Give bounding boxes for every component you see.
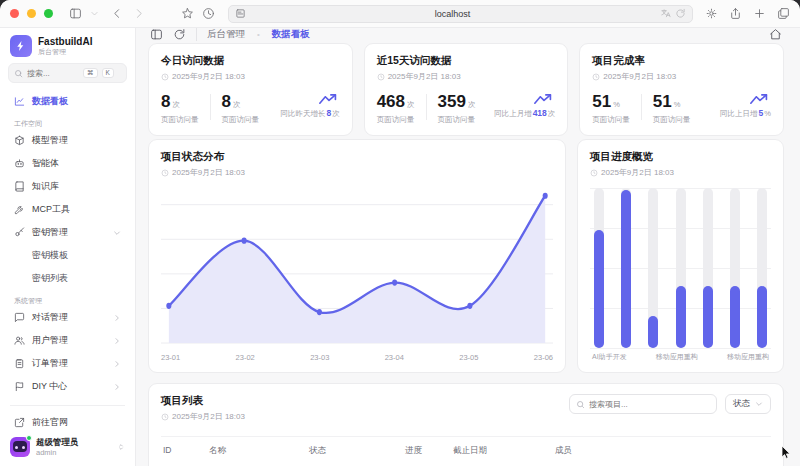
clock-icon <box>161 413 169 421</box>
bar[interactable] <box>730 286 740 348</box>
stat-value: 8 <box>222 92 231 111</box>
sidebar-item-label: 模型管理 <box>32 134 121 147</box>
sidebar-item-diy[interactable]: DIY 中心 <box>8 375 127 398</box>
user-menu[interactable]: 超级管理员 admin <box>8 434 127 460</box>
stat-cards-row: 今日访问数据 2025年9月2日 18:03 8次页面访问量 8次页面访问量 同… <box>148 43 784 129</box>
trend-up-icon <box>533 93 555 106</box>
status-filter-select[interactable]: 状态 <box>725 394 771 414</box>
column-header[interactable]: ID <box>163 445 209 457</box>
new-tab-icon[interactable] <box>753 7 766 20</box>
toolbar-actions <box>705 7 790 20</box>
stat-label: 页面访问量 <box>377 115 415 125</box>
tab-group-chevron-icon[interactable] <box>90 7 99 20</box>
minimize-window-button[interactable] <box>27 9 36 18</box>
forward-icon[interactable] <box>132 7 145 20</box>
home-icon[interactable] <box>769 28 782 41</box>
bar[interactable] <box>594 230 604 348</box>
search-input[interactable] <box>27 69 79 78</box>
sidebar-item-dashboard[interactable]: 数据看板 <box>8 90 127 113</box>
url-text[interactable]: localhost <box>250 9 656 19</box>
project-list-card: 项目列表 2025年9月2日 18:03 状态 <box>148 383 784 466</box>
x-axis-label: 移动应用重构 <box>656 352 698 362</box>
sidebar-section-workspace: 工作空间 <box>8 113 127 129</box>
avatar <box>10 437 30 457</box>
bookmark-star-icon[interactable] <box>181 7 194 20</box>
column-header[interactable]: 截止日期 <box>453 445 555 457</box>
project-search[interactable] <box>569 394 717 414</box>
translate-icon[interactable] <box>660 8 671 19</box>
card-title: 项目进度概览 <box>590 150 771 164</box>
bar-column <box>703 188 713 348</box>
bar[interactable] <box>648 316 658 348</box>
share-icon[interactable] <box>729 7 742 20</box>
reload-icon[interactable] <box>675 8 686 19</box>
back-icon[interactable] <box>111 7 124 20</box>
bar[interactable] <box>703 286 713 348</box>
card-date: 2025年9月2日 18:03 <box>388 71 461 82</box>
external-link-icon <box>14 417 25 428</box>
zoom-window-button[interactable] <box>44 9 53 18</box>
bar-column <box>757 188 767 348</box>
sidebar-item-users[interactable]: 用户管理 <box>8 329 127 352</box>
address-bar[interactable]: localhost <box>228 5 693 23</box>
search-icon <box>576 400 585 409</box>
close-window-button[interactable] <box>10 9 19 18</box>
tab-overview-icon[interactable] <box>777 7 790 20</box>
sidebar-item-mcp[interactable]: MCP工具 <box>8 198 127 221</box>
x-axis-label: 23-06 <box>534 353 553 362</box>
chevron-right-icon <box>113 314 121 322</box>
bar-column <box>676 188 686 348</box>
sidebar-item-keys[interactable]: 密钥管理 <box>8 221 127 244</box>
bar[interactable] <box>676 286 686 348</box>
sidebar-item-chat[interactable]: 对话管理 <box>8 306 127 329</box>
sidebar-item-label: 智能体 <box>32 157 121 170</box>
bar-column <box>621 188 631 348</box>
x-axis-labels: AI助手开发移动应用重构移动应用重构 <box>590 348 771 362</box>
sidebar-item-label: MCP工具 <box>32 203 121 216</box>
browser-window: localhost FastbuildAI 后台管理 <box>0 0 800 466</box>
sidebar-item-orders[interactable]: 订单管理 <box>8 352 127 375</box>
sidebar-item-label: 密钥列表 <box>32 272 121 285</box>
refresh-icon[interactable] <box>173 28 186 41</box>
project-search-input[interactable] <box>589 400 710 409</box>
x-axis-label: AI助手开发 <box>592 352 627 362</box>
sidebar-item-model[interactable]: 模型管理 <box>8 129 127 152</box>
sidebar-item-agent[interactable]: 智能体 <box>8 152 127 175</box>
column-header[interactable]: 状态 <box>309 445 405 457</box>
charts-row: 项目状态分布 2025年9月2日 18:03 23-0123-0223-0323… <box>148 139 784 373</box>
breadcrumb-root[interactable]: 后台管理 <box>207 28 245 41</box>
sidebar-toggle-icon[interactable] <box>69 7 82 20</box>
reader-icon[interactable] <box>235 8 246 19</box>
sidebar-item-website[interactable]: 前往官网 <box>8 411 127 434</box>
sidebar-item-keys-list[interactable]: 密钥列表 <box>8 267 127 290</box>
column-header[interactable]: 成员 <box>555 445 769 457</box>
column-header[interactable]: 名称 <box>209 445 309 457</box>
card-title: 项目状态分布 <box>161 150 553 164</box>
bar[interactable] <box>621 190 631 348</box>
settings-icon[interactable] <box>705 7 718 20</box>
sidebar-item-knowledge[interactable]: 知识库 <box>8 175 127 198</box>
sidebar-search[interactable]: ⌘ K <box>8 63 127 83</box>
card-date: 2025年9月2日 18:03 <box>172 411 245 422</box>
column-header[interactable]: 进度 <box>405 445 453 457</box>
bar-column <box>648 188 658 348</box>
app-logo[interactable]: FastbuildAI 后台管理 <box>8 33 127 63</box>
lightning-logo-icon <box>10 35 32 57</box>
chevron-right-icon <box>113 360 121 368</box>
kbd-k: K <box>102 68 114 79</box>
panel-collapse-icon[interactable] <box>150 28 163 41</box>
sidebar-item-keys-template[interactable]: 密钥模板 <box>8 244 127 267</box>
x-axis-labels: 23-0123-0223-0323-0423-0523-06 <box>161 349 553 362</box>
card-date: 2025年9月2日 18:03 <box>172 71 245 82</box>
bar[interactable] <box>757 286 767 348</box>
clipboard-icon <box>14 358 25 369</box>
card-date: 2025年9月2日 18:03 <box>603 71 676 82</box>
divider <box>196 28 197 41</box>
app-name: FastbuildAI <box>38 36 92 47</box>
kbd-cmd: ⌘ <box>83 68 98 79</box>
history-clock-icon[interactable] <box>202 7 215 20</box>
breadcrumb-current[interactable]: 数据看板 <box>272 28 310 41</box>
x-axis-label: 移动应用重构 <box>727 352 769 362</box>
main-content: 后台管理 • 数据看板 今日访问数据 2025年9月2日 18:03 8次页面访… <box>136 28 800 466</box>
chevron-right-icon <box>113 337 121 345</box>
